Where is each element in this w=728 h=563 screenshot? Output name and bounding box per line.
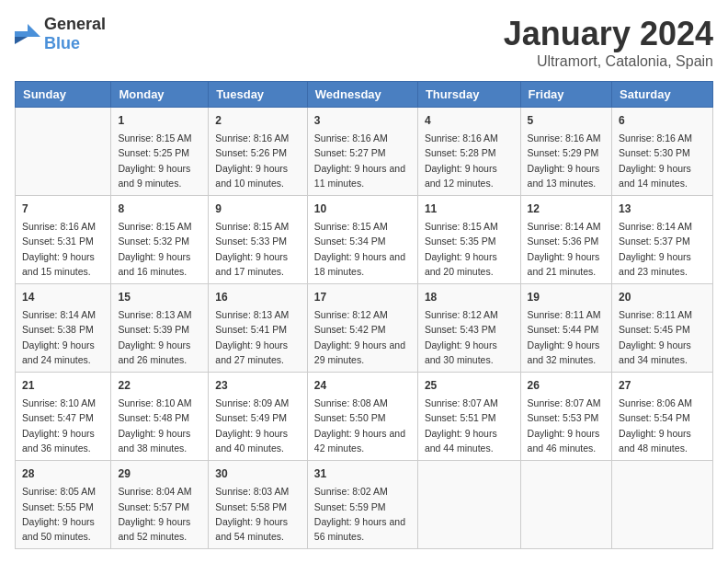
day-detail: Sunrise: 8:15 AMSunset: 5:33 PMDaylight:… (215, 219, 300, 279)
day-number: 10 (314, 201, 411, 217)
header-day-monday: Monday (111, 82, 209, 108)
svg-marker-0 (28, 24, 40, 37)
calendar-cell (612, 461, 713, 549)
calendar-cell: 24Sunrise: 8:08 AMSunset: 5:50 PMDayligh… (307, 373, 417, 461)
day-number: 12 (528, 201, 606, 217)
day-number: 29 (118, 465, 201, 482)
calendar-cell: 5Sunrise: 8:16 AMSunset: 5:29 PMDaylight… (520, 108, 612, 196)
week-row-1: 7Sunrise: 8:16 AMSunset: 5:31 PMDaylight… (16, 196, 713, 284)
day-detail: Sunrise: 8:06 AMSunset: 5:54 PMDaylight:… (619, 396, 706, 455)
calendar-cell: 30Sunrise: 8:03 AMSunset: 5:58 PMDayligh… (209, 461, 307, 549)
day-number: 21 (22, 377, 104, 394)
calendar-cell: 22Sunrise: 8:10 AMSunset: 5:48 PMDayligh… (111, 373, 209, 461)
day-number: 31 (314, 465, 411, 482)
day-detail: Sunrise: 8:12 AMSunset: 5:42 PMDaylight:… (314, 307, 411, 367)
day-number: 15 (118, 289, 201, 305)
header-day-friday: Friday (520, 82, 612, 108)
calendar-cell: 8Sunrise: 8:15 AMSunset: 5:32 PMDaylight… (111, 196, 209, 284)
day-detail: Sunrise: 8:14 AMSunset: 5:38 PMDaylight:… (22, 307, 104, 367)
calendar-cell: 9Sunrise: 8:15 AMSunset: 5:33 PMDaylight… (209, 196, 307, 284)
header-day-wednesday: Wednesday (307, 82, 417, 108)
title-area: January 2024 Ultramort, Catalonia, Spain (504, 15, 713, 70)
day-detail: Sunrise: 8:15 AMSunset: 5:34 PMDaylight:… (314, 219, 411, 279)
calendar-cell: 6Sunrise: 8:16 AMSunset: 5:30 PMDaylight… (612, 108, 713, 196)
calendar-cell: 23Sunrise: 8:09 AMSunset: 5:49 PMDayligh… (209, 373, 307, 461)
day-detail: Sunrise: 8:03 AMSunset: 5:58 PMDaylight:… (215, 484, 300, 544)
calendar-cell: 16Sunrise: 8:13 AMSunset: 5:41 PMDayligh… (209, 284, 307, 373)
header: General Blue January 2024 Ultramort, Cat… (15, 15, 713, 70)
day-detail: Sunrise: 8:14 AMSunset: 5:36 PMDaylight:… (528, 219, 606, 279)
day-detail: Sunrise: 8:11 AMSunset: 5:45 PMDaylight:… (619, 307, 706, 367)
day-detail: Sunrise: 8:16 AMSunset: 5:26 PMDaylight:… (215, 131, 300, 190)
header-day-sunday: Sunday (16, 82, 111, 108)
day-number: 25 (425, 377, 514, 394)
svg-rect-2 (15, 31, 28, 37)
day-number: 8 (118, 201, 201, 217)
header-day-tuesday: Tuesday (209, 82, 307, 108)
calendar-cell: 12Sunrise: 8:14 AMSunset: 5:36 PMDayligh… (520, 196, 612, 284)
logo-icon (15, 24, 40, 44)
calendar-cell: 17Sunrise: 8:12 AMSunset: 5:42 PMDayligh… (307, 284, 417, 373)
day-number: 1 (118, 112, 201, 129)
calendar-cell: 10Sunrise: 8:15 AMSunset: 5:34 PMDayligh… (307, 196, 417, 284)
main-title: January 2024 (504, 15, 713, 53)
calendar-cell: 3Sunrise: 8:16 AMSunset: 5:27 PMDaylight… (307, 108, 417, 196)
day-detail: Sunrise: 8:12 AMSunset: 5:43 PMDaylight:… (425, 307, 514, 367)
day-number: 6 (619, 112, 706, 129)
day-number: 27 (619, 377, 706, 394)
day-number: 22 (118, 377, 201, 394)
day-number: 16 (215, 289, 300, 305)
day-detail: Sunrise: 8:04 AMSunset: 5:57 PMDaylight:… (118, 484, 201, 544)
day-detail: Sunrise: 8:02 AMSunset: 5:59 PMDaylight:… (314, 484, 411, 544)
calendar-cell: 29Sunrise: 8:04 AMSunset: 5:57 PMDayligh… (111, 461, 209, 549)
day-detail: Sunrise: 8:11 AMSunset: 5:44 PMDaylight:… (528, 307, 606, 367)
day-detail: Sunrise: 8:10 AMSunset: 5:47 PMDaylight:… (22, 396, 104, 455)
calendar-cell (16, 108, 111, 196)
week-row-0: 1Sunrise: 8:15 AMSunset: 5:25 PMDaylight… (16, 108, 713, 196)
day-detail: Sunrise: 8:10 AMSunset: 5:48 PMDaylight:… (118, 396, 201, 455)
calendar-cell: 19Sunrise: 8:11 AMSunset: 5:44 PMDayligh… (520, 284, 612, 373)
logo: General Blue (15, 15, 106, 53)
calendar-cell: 31Sunrise: 8:02 AMSunset: 5:59 PMDayligh… (307, 461, 417, 549)
day-number: 26 (528, 377, 606, 394)
calendar-cell: 15Sunrise: 8:13 AMSunset: 5:39 PMDayligh… (111, 284, 209, 373)
week-row-2: 14Sunrise: 8:14 AMSunset: 5:38 PMDayligh… (16, 284, 713, 373)
calendar-cell: 21Sunrise: 8:10 AMSunset: 5:47 PMDayligh… (16, 373, 111, 461)
day-detail: Sunrise: 8:05 AMSunset: 5:55 PMDaylight:… (22, 484, 104, 544)
day-number: 24 (314, 377, 411, 394)
day-number: 23 (215, 377, 300, 394)
calendar-cell (417, 461, 520, 549)
day-number: 28 (22, 465, 104, 482)
calendar-cell (520, 461, 612, 549)
calendar-cell: 18Sunrise: 8:12 AMSunset: 5:43 PMDayligh… (417, 284, 520, 373)
day-detail: Sunrise: 8:16 AMSunset: 5:30 PMDaylight:… (619, 131, 706, 190)
calendar-cell: 28Sunrise: 8:05 AMSunset: 5:55 PMDayligh… (16, 461, 111, 549)
day-number: 20 (619, 289, 706, 305)
day-number: 18 (425, 289, 514, 305)
day-detail: Sunrise: 8:16 AMSunset: 5:29 PMDaylight:… (528, 131, 606, 190)
header-day-saturday: Saturday (612, 82, 713, 108)
day-detail: Sunrise: 8:08 AMSunset: 5:50 PMDaylight:… (314, 396, 411, 455)
calendar-cell: 4Sunrise: 8:16 AMSunset: 5:28 PMDaylight… (417, 108, 520, 196)
calendar-cell: 27Sunrise: 8:06 AMSunset: 5:54 PMDayligh… (612, 373, 713, 461)
logo-text-general: General (44, 15, 106, 33)
day-number: 5 (528, 112, 606, 129)
calendar-cell: 25Sunrise: 8:07 AMSunset: 5:51 PMDayligh… (417, 373, 520, 461)
calendar-cell: 13Sunrise: 8:14 AMSunset: 5:37 PMDayligh… (612, 196, 713, 284)
week-row-3: 21Sunrise: 8:10 AMSunset: 5:47 PMDayligh… (16, 373, 713, 461)
day-number: 14 (22, 289, 104, 305)
day-number: 9 (215, 201, 300, 217)
day-detail: Sunrise: 8:16 AMSunset: 5:31 PMDaylight:… (22, 219, 104, 279)
week-row-4: 28Sunrise: 8:05 AMSunset: 5:55 PMDayligh… (16, 461, 713, 549)
day-detail: Sunrise: 8:15 AMSunset: 5:32 PMDaylight:… (118, 219, 201, 279)
calendar-cell: 26Sunrise: 8:07 AMSunset: 5:53 PMDayligh… (520, 373, 612, 461)
day-detail: Sunrise: 8:07 AMSunset: 5:53 PMDaylight:… (528, 396, 606, 455)
calendar-cell: 7Sunrise: 8:16 AMSunset: 5:31 PMDaylight… (16, 196, 111, 284)
day-number: 7 (22, 201, 104, 217)
day-detail: Sunrise: 8:15 AMSunset: 5:35 PMDaylight:… (425, 219, 514, 279)
day-detail: Sunrise: 8:13 AMSunset: 5:39 PMDaylight:… (118, 307, 201, 367)
day-number: 4 (425, 112, 514, 129)
day-detail: Sunrise: 8:14 AMSunset: 5:37 PMDaylight:… (619, 219, 706, 279)
calendar-cell: 2Sunrise: 8:16 AMSunset: 5:26 PMDaylight… (209, 108, 307, 196)
day-detail: Sunrise: 8:16 AMSunset: 5:27 PMDaylight:… (314, 131, 411, 190)
